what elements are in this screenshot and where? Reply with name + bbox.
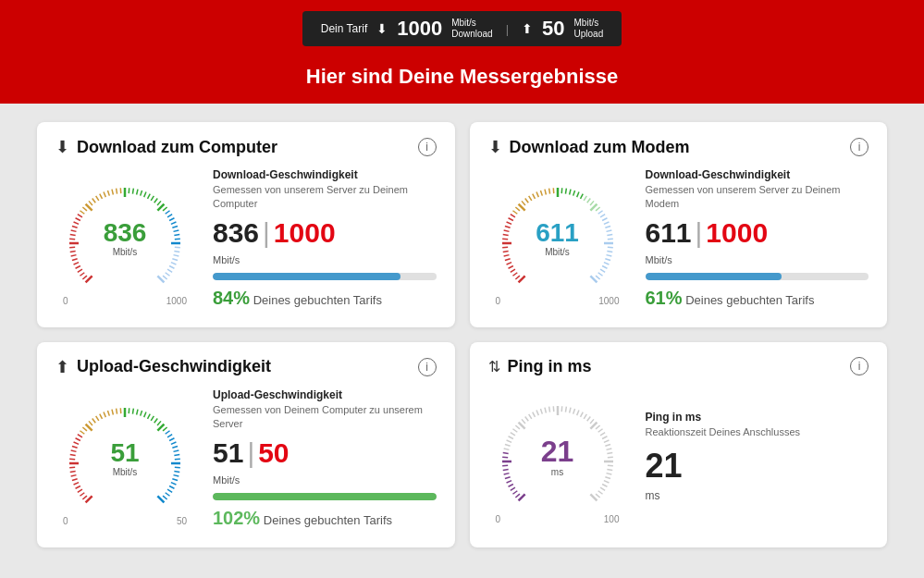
main-content: ⬇ Download zum Computer i 836 Mbit/s 0 1… [0,104,924,578]
stat-unit-download-modem: Mbit/s [646,254,869,265]
info-icon-download-computer[interactable]: i [418,138,437,156]
stat-title-download-modem: Download-Geschwindigkeit [646,168,869,181]
tarif-upload-unit: Mbit/s Upload [574,18,604,40]
ping-unit: ms [646,489,869,502]
progress-fill-download-computer [213,273,400,280]
card-upload: ⬆ Upload-Geschwindigkeit i 51 Mbit/s 0 5… [37,342,455,547]
download-modem-icon: ⬇ [488,137,502,157]
card-stats-upload: Upload-Geschwindigkeit Gemessen von Dein… [213,388,437,529]
gauge-value-download-computer: 836 [104,220,147,246]
ping-card-icon: ⇅ [488,358,500,375]
stat-percent-upload: 102% Deines gebuchten Tarifs [213,508,437,529]
tarif-download-unit: Mbit/s Download [451,18,492,40]
card-header-left-upload: ⬆ Upload-Geschwindigkeit [55,357,271,377]
card-title-upload: Upload-Geschwindigkeit [77,357,271,376]
gauge-value-ping: 21 [541,437,574,466]
stat-percent-download-computer: 84% Deines gebuchten Tarifs [213,288,437,309]
gauge-ping: 21 ms 0 100 [488,387,627,526]
card-stats-ping: Ping in ms Reaktionszeit Deines Anschlus… [646,411,869,502]
progress-fill-download-modem [646,273,782,280]
stat-subtitle-download-computer: Gemessen von unserem Server zu Deinem Co… [213,183,437,212]
download-computer-icon: ⬇ [55,137,69,157]
gauge-center-download-computer: 836 Mbit/s [104,220,147,257]
gauge-labels-upload: 0 50 [55,516,194,526]
progress-bar-download-modem [646,273,869,280]
card-body-download-computer: 836 Mbit/s 0 1000 Download-Geschwindigke… [55,168,437,309]
card-header-upload: ⬆ Upload-Geschwindigkeit i [55,357,437,377]
percent-value-download-computer: 84% [213,288,250,308]
stat-subtitle-download-modem: Gemessen von unserem Server zu Deinem Mo… [646,183,869,212]
card-title-download-computer: Download zum Computer [77,138,277,157]
card-download-modem: ⬇ Download zum Modem i 611 Mbit/s 0 1000 [470,122,888,327]
gauge-center-upload: 51 Mbit/s [110,440,139,477]
gauge-labels-download-computer: 0 1000 [55,296,194,306]
gauge-value-download-modem: 611 [536,220,579,246]
progress-bar-upload [213,493,437,500]
progress-fill-upload [213,493,437,500]
stat-speed-download-modem: 611|1000 [646,219,869,247]
card-header-left-ping: ⇅ Ping in ms [488,357,592,376]
card-title-ping: Ping in ms [508,357,592,376]
card-body-ping: 21 ms 0 100 Ping in ms Reaktionszeit Dei… [488,387,869,526]
progress-bar-download-computer [213,273,437,280]
stat-unit-upload: Mbit/s [213,474,437,486]
gauge-download-computer: 836 Mbit/s 0 1000 [55,169,194,308]
download-icon-tarif: ⬇ [376,21,388,36]
stat-speed-download-computer: 836|1000 [213,219,437,247]
info-icon-download-modem[interactable]: i [850,138,869,156]
gauge-unit-download-computer: Mbit/s [104,248,147,257]
stat-title-upload: Upload-Geschwindigkeit [213,388,437,401]
cards-grid: ⬇ Download zum Computer i 836 Mbit/s 0 1… [37,122,887,547]
card-download-computer: ⬇ Download zum Computer i 836 Mbit/s 0 1… [37,122,455,327]
percent-value-download-modem: 61% [646,288,683,308]
gauge-value-upload: 51 [110,440,139,466]
gauge-center-download-modem: 611 Mbit/s [536,220,579,257]
gauge-upload: 51 Mbit/s 0 50 [55,389,194,528]
gauge-unit-upload: Mbit/s [110,468,139,477]
card-header-left-modem: ⬇ Download zum Modem [488,137,690,157]
card-title-download-modem: Download zum Modem [510,138,690,157]
card-body-download-modem: 611 Mbit/s 0 1000 Download-Geschwindigke… [488,168,869,309]
info-icon-upload[interactable]: i [418,358,437,376]
stat-subtitle-upload: Gemessen von Deinem Computer zu unserem … [213,403,437,432]
gauge-unit-ping: ms [541,468,574,477]
stat-title-ping: Ping in ms [646,411,869,424]
card-stats-download-computer: Download-Geschwindigkeit Gemessen von un… [213,168,437,309]
ping-value: 21 [646,447,869,486]
percent-value-upload: 102% [213,508,260,528]
gauge-download-modem: 611 Mbit/s 0 1000 [488,169,627,308]
tarif-download-speed: 1000 [397,17,442,41]
gauge-labels-download-modem: 0 1000 [488,296,627,306]
stat-speed-upload: 51|50 [213,439,437,467]
stat-unit-download-computer: Mbit/s [213,254,437,265]
gauge-labels-ping: 0 100 [488,514,627,524]
card-header-ping: ⇅ Ping in ms i [488,357,869,376]
stat-subtitle-ping: Reaktionszeit Deines Anschlusses [646,425,869,439]
gauge-center-ping: 21 ms [541,437,574,477]
page-title: Hier sind Deine Messergebnisse [0,55,924,104]
upload-icon-tarif: ⬆ [522,21,533,36]
card-stats-download-modem: Download-Geschwindigkeit Gemessen von un… [646,168,869,309]
card-header-download-computer: ⬇ Download zum Computer i [55,137,437,157]
card-body-upload: 51 Mbit/s 0 50 Upload-Geschwindigkeit Ge… [55,388,437,529]
card-header-download-modem: ⬇ Download zum Modem i [488,137,869,157]
gauge-unit-download-modem: Mbit/s [536,248,579,257]
tarif-badge: Dein Tarif ⬇ 1000 Mbit/s Download | ⬆ 50… [302,11,622,46]
tarif-label: Dein Tarif [321,22,367,35]
stat-title-download-computer: Download-Geschwindigkeit [213,168,437,181]
top-bar: Dein Tarif ⬇ 1000 Mbit/s Download | ⬆ 50… [0,0,924,55]
card-ping: ⇅ Ping in ms i 21 ms 0 100 [470,342,888,547]
upload-card-icon: ⬆ [55,357,69,377]
stat-percent-download-modem: 61% Deines gebuchten Tarifs [646,288,869,309]
tarif-upload-speed: 50 [542,17,564,41]
info-icon-ping[interactable]: i [850,357,869,375]
card-header-left: ⬇ Download zum Computer [55,137,277,157]
